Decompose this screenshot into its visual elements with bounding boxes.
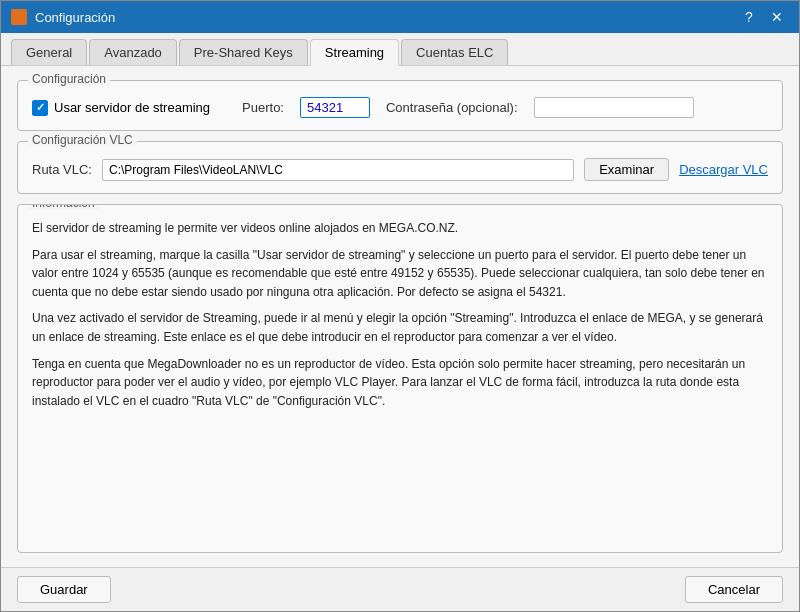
download-vlc-link[interactable]: Descargar VLC [679, 162, 768, 177]
info-paragraph-4: Tenga en cuenta que MegaDownloader no es… [32, 355, 768, 411]
tab-bar: General Avanzado Pre-Shared Keys Streami… [1, 33, 799, 66]
streaming-checkbox-label[interactable]: Usar servidor de streaming [32, 100, 210, 116]
vlc-group-title: Configuración VLC [28, 133, 137, 147]
vlc-path-label: Ruta VLC: [32, 162, 92, 177]
checkbox-text: Usar servidor de streaming [54, 100, 210, 115]
password-input[interactable] [534, 97, 694, 118]
cancel-button[interactable]: Cancelar [685, 576, 783, 603]
config-group: Configuración Usar servidor de streaming… [17, 80, 783, 131]
close-button[interactable]: ✕ [765, 7, 789, 27]
app-icon [11, 9, 27, 25]
tab-general[interactable]: General [11, 39, 87, 65]
info-paragraph-3: Una vez activado el servidor de Streamin… [32, 309, 768, 346]
info-text: El servidor de streaming le permite ver … [32, 219, 768, 410]
password-label: Contraseña (opcional): [386, 100, 518, 115]
vlc-path-input[interactable] [102, 159, 574, 181]
vlc-group: Configuración VLC Ruta VLC: Examinar Des… [17, 141, 783, 194]
config-row: Usar servidor de streaming Puerto: Contr… [32, 97, 768, 118]
info-group-title: Información [28, 204, 99, 210]
config-group-title: Configuración [28, 72, 110, 86]
tab-streaming[interactable]: Streaming [310, 39, 399, 66]
main-window: Configuración ? ✕ General Avanzado Pre-S… [0, 0, 800, 612]
info-paragraph-1: El servidor de streaming le permite ver … [32, 219, 768, 238]
tab-avanzado[interactable]: Avanzado [89, 39, 177, 65]
streaming-checkbox[interactable] [32, 100, 48, 116]
save-button[interactable]: Guardar [17, 576, 111, 603]
help-button[interactable]: ? [737, 7, 761, 27]
vlc-row: Ruta VLC: Examinar Descargar VLC [32, 158, 768, 181]
title-bar-controls: ? ✕ [737, 7, 789, 27]
info-paragraph-2: Para usar el streaming, marque la casill… [32, 246, 768, 302]
info-group: Información El servidor de streaming le … [17, 204, 783, 553]
port-input[interactable] [300, 97, 370, 118]
content-area: Configuración Usar servidor de streaming… [1, 66, 799, 567]
port-label: Puerto: [242, 100, 284, 115]
title-bar: Configuración ? ✕ [1, 1, 799, 33]
browse-button[interactable]: Examinar [584, 158, 669, 181]
tab-preshared[interactable]: Pre-Shared Keys [179, 39, 308, 65]
footer: Guardar Cancelar [1, 567, 799, 611]
window-title: Configuración [35, 10, 737, 25]
tab-cuentas[interactable]: Cuentas ELC [401, 39, 508, 65]
